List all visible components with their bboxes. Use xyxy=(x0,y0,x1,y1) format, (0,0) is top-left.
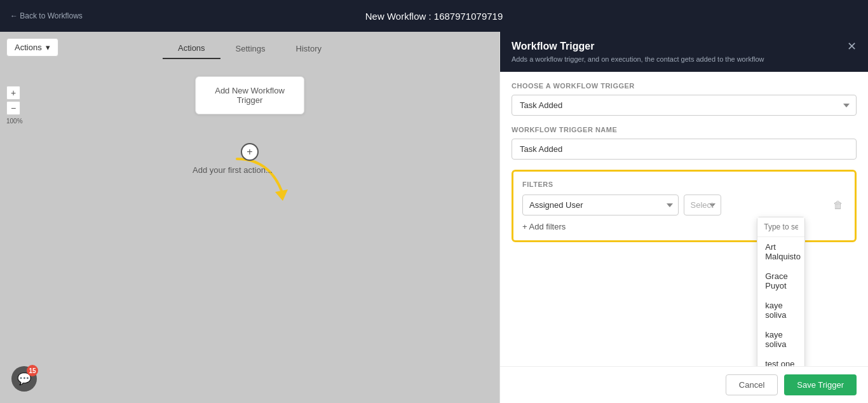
workflow-title: New Workflow : 1687971079719 xyxy=(365,11,503,22)
filters-section: FILTERS Assigned User Select Art Malquis… xyxy=(512,170,857,242)
filter-dropdown-popup: Art Malquisto Grace Puyot kaye soliva ka… xyxy=(757,217,805,366)
filter-row: Assigned User Select Art Malquisto Grace… xyxy=(522,195,846,215)
chat-bubble[interactable]: 💬 15 xyxy=(11,366,37,392)
trigger-name-label: WORKFLOW TRIGGER NAME xyxy=(512,126,857,133)
actions-button[interactable]: Actions ▾ xyxy=(6,38,58,57)
canvas-area: Actions ▾ Actions Settings History + − 1… xyxy=(0,32,499,403)
right-panel: Workflow Trigger Adds a workflow trigger… xyxy=(499,32,868,403)
add-step-button[interactable]: + xyxy=(241,143,259,161)
trigger-name-section: WORKFLOW TRIGGER NAME xyxy=(512,126,857,160)
tab-settings[interactable]: Settings xyxy=(220,38,281,59)
dropdown-item-1[interactable]: Grace Puyot xyxy=(757,266,804,296)
back-link[interactable]: ← Back to Workflows xyxy=(10,11,83,20)
trigger-name-input[interactable] xyxy=(512,139,857,160)
choose-trigger-section: CHOOSE A WORKFLOW TRIGGER Task Added xyxy=(512,82,857,116)
content-area: Actions ▾ Actions Settings History + − 1… xyxy=(0,32,868,403)
add-first-action-text: Add your first action... xyxy=(193,165,273,175)
tab-history[interactable]: History xyxy=(281,38,337,59)
filter-value-container: Select Art Malquisto Grace Puyot kaye so… xyxy=(684,195,826,215)
delete-filter-button[interactable]: 🗑 xyxy=(831,197,846,214)
filters-label: FILTERS xyxy=(522,181,846,188)
save-trigger-button[interactable]: Save Trigger xyxy=(784,374,857,395)
panel-body: CHOOSE A WORKFLOW TRIGGER Task Added WOR… xyxy=(500,72,868,366)
panel-title: Workflow Trigger xyxy=(512,41,764,52)
panel-header: Workflow Trigger Adds a workflow trigger… xyxy=(500,32,868,72)
zoom-controls: + − 100% xyxy=(6,86,23,125)
canvas-toolbar: Actions ▾ xyxy=(6,38,58,57)
svg-marker-0 xyxy=(275,189,288,201)
panel-subtitle: Adds a workflow trigger, and on executio… xyxy=(512,55,764,64)
close-button[interactable]: ✕ xyxy=(847,41,857,52)
cancel-button[interactable]: Cancel xyxy=(726,374,778,395)
node-line1: Add New Workflow xyxy=(215,86,285,95)
dropdown-search-input[interactable] xyxy=(757,217,804,237)
workflow-trigger-node[interactable]: Add New Workflow Trigger xyxy=(195,76,304,114)
zoom-level: 100% xyxy=(6,118,23,125)
zoom-in-button[interactable]: + xyxy=(6,86,20,100)
node-line2: Trigger xyxy=(215,95,285,105)
trigger-select[interactable]: Task Added xyxy=(512,95,857,116)
dropdown-item-4[interactable]: test one xyxy=(757,354,804,366)
top-bar: ← Back to Workflows New Workflow : 16879… xyxy=(0,0,868,32)
panel-footer: Cancel Save Trigger xyxy=(500,366,868,403)
chat-badge: 15 xyxy=(27,365,38,376)
tab-actions[interactable]: Actions xyxy=(163,38,220,59)
tabs-row: Actions Settings History xyxy=(163,38,337,59)
zoom-out-button[interactable]: − xyxy=(6,101,20,115)
dropdown-item-2[interactable]: kaye soliva xyxy=(757,296,804,325)
filter-value-select[interactable]: Select xyxy=(684,195,721,215)
dropdown-item-0[interactable]: Art Malquisto xyxy=(757,237,804,266)
filter-field-select[interactable]: Assigned User xyxy=(522,195,679,215)
dropdown-item-3[interactable]: kaye soliva xyxy=(757,325,804,354)
yellow-arrow xyxy=(231,153,307,203)
chevron-down-icon: ▾ xyxy=(46,43,50,52)
choose-trigger-label: CHOOSE A WORKFLOW TRIGGER xyxy=(512,82,857,90)
